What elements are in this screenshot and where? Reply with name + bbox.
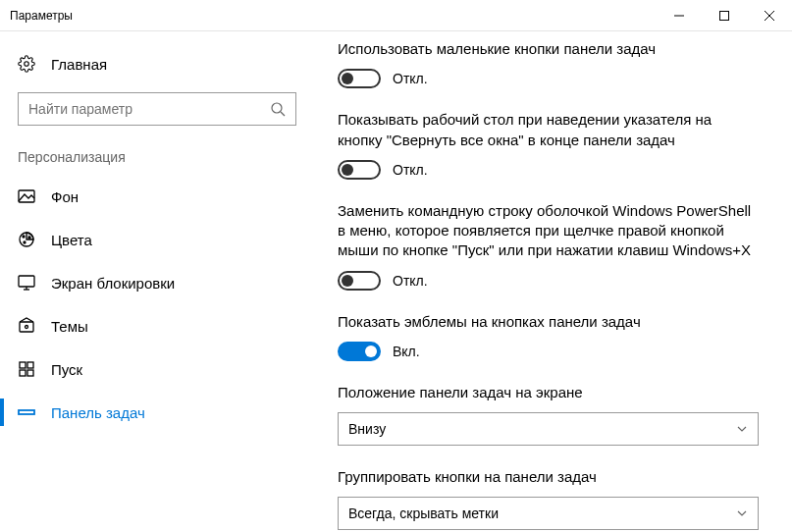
toggle-state-text: Откл. — [393, 273, 428, 289]
toggle-switch[interactable] — [338, 342, 381, 361]
select-dropdown[interactable]: Всегда, скрывать метки — [338, 497, 759, 530]
setting-4: Положение панели задач на экранеВнизу — [338, 383, 759, 446]
sidebar-item-themes[interactable]: Темы — [0, 304, 314, 347]
sidebar: Главная Персонализация ФонЦветаЭкран бло… — [0, 31, 314, 532]
toggle-switch[interactable] — [338, 271, 381, 291]
search-box[interactable] — [18, 92, 296, 126]
toggle-row: Откл. — [338, 160, 759, 180]
setting-2: Заменить командную строку оболочкой Wind… — [338, 201, 759, 291]
colors-icon — [18, 231, 35, 248]
svg-rect-1 — [720, 12, 729, 21]
close-icon — [765, 11, 774, 21]
setting-5: Группировать кнопки на панели задачВсегд… — [338, 467, 759, 530]
section-label: Персонализация — [0, 143, 314, 175]
home-button[interactable]: Главная — [0, 45, 314, 82]
setting-label: Заменить командную строку оболочкой Wind… — [338, 201, 759, 261]
toggle-switch[interactable] — [338, 160, 381, 180]
toggle-state-text: Вкл. — [393, 344, 420, 359]
home-label: Главная — [51, 56, 107, 73]
svg-rect-12 — [19, 276, 34, 287]
sidebar-item-label: Фон — [51, 188, 79, 205]
toggle-row: Откл. — [338, 69, 759, 88]
setting-label: Показывать рабочий стол при наведении ук… — [338, 110, 759, 150]
svg-point-9 — [23, 236, 25, 238]
start-icon — [18, 360, 35, 378]
toggle-row: Вкл. — [338, 342, 759, 361]
svg-point-11 — [24, 241, 26, 243]
taskbar-icon — [18, 403, 35, 421]
svg-rect-21 — [19, 410, 34, 414]
sidebar-item-background[interactable]: Фон — [0, 175, 314, 218]
sidebar-item-label: Пуск — [51, 361, 82, 378]
select-dropdown[interactable]: Внизу — [338, 412, 759, 446]
sidebar-item-start[interactable]: Пуск — [0, 347, 314, 391]
toggle-switch[interactable] — [338, 69, 381, 88]
svg-line-6 — [281, 112, 285, 116]
toggle-state-text: Откл. — [393, 162, 428, 178]
lock-screen-icon — [18, 274, 35, 292]
svg-rect-17 — [20, 362, 26, 368]
setting-3: Показать эмблемы на кнопках панели задач… — [338, 312, 759, 361]
setting-label: Положение панели задач на экране — [338, 383, 759, 402]
svg-point-5 — [272, 103, 282, 113]
chevron-down-icon — [736, 507, 748, 519]
toggle-state-text: Откл. — [393, 71, 428, 86]
svg-point-10 — [28, 237, 30, 239]
setting-label: Показать эмблемы на кнопках панели задач — [338, 312, 759, 332]
titlebar: Параметры — [0, 0, 792, 31]
svg-point-4 — [25, 62, 29, 67]
svg-rect-20 — [27, 370, 33, 376]
sidebar-item-colors[interactable]: Цвета — [0, 218, 314, 261]
setting-1: Показывать рабочий стол при наведении ук… — [338, 110, 759, 180]
setting-label: Использовать маленькие кнопки панели зад… — [338, 39, 759, 59]
svg-rect-18 — [27, 362, 33, 368]
search-icon — [270, 101, 286, 117]
svg-rect-15 — [20, 322, 33, 332]
window-title: Параметры — [10, 9, 73, 23]
svg-point-16 — [26, 326, 28, 329]
content-area: Использовать маленькие кнопки панели зад… — [314, 31, 792, 532]
setting-label: Группировать кнопки на панели задач — [338, 467, 759, 487]
close-button[interactable] — [747, 0, 792, 31]
minimize-icon — [674, 11, 684, 21]
search-input[interactable] — [28, 101, 270, 117]
themes-icon — [18, 317, 35, 335]
sidebar-item-label: Панель задач — [51, 404, 145, 421]
sidebar-item-label: Цвета — [51, 232, 92, 248]
maximize-icon — [719, 11, 729, 21]
minimize-button[interactable] — [657, 0, 702, 31]
window-controls — [657, 0, 792, 31]
select-value: Внизу — [348, 421, 386, 437]
gear-icon — [18, 55, 35, 73]
sidebar-item-label: Темы — [51, 318, 88, 335]
sidebar-item-label: Экран блокировки — [51, 275, 175, 292]
maximize-button[interactable] — [702, 0, 747, 31]
toggle-row: Откл. — [338, 271, 759, 291]
sidebar-item-lock-screen[interactable]: Экран блокировки — [0, 261, 314, 304]
select-value: Всегда, скрывать метки — [348, 505, 499, 521]
chevron-down-icon — [736, 423, 748, 435]
svg-rect-19 — [20, 370, 26, 376]
sidebar-item-taskbar[interactable]: Панель задач — [0, 391, 314, 434]
setting-0: Использовать маленькие кнопки панели зад… — [338, 39, 759, 88]
background-icon — [18, 187, 35, 205]
